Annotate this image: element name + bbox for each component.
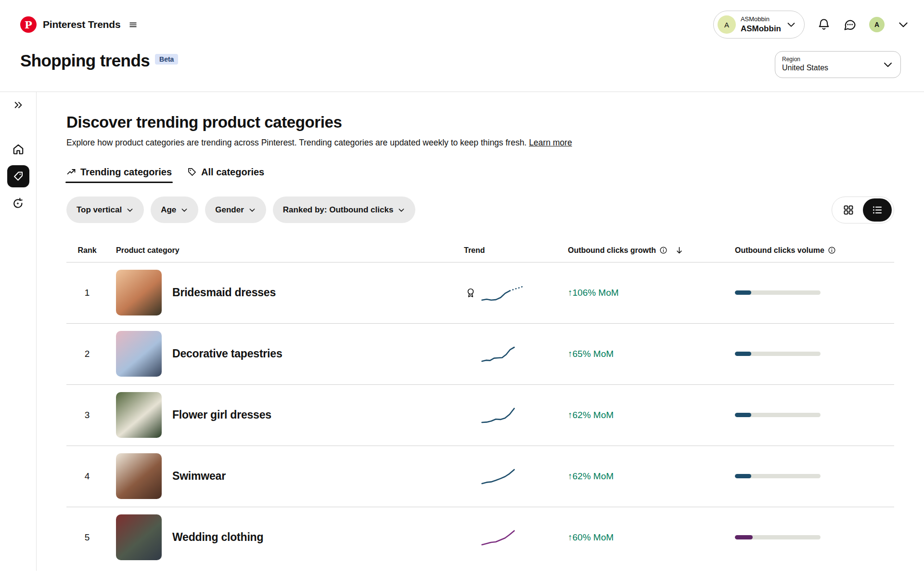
growth-value: ↑106% MoM bbox=[568, 288, 735, 298]
filter-age[interactable]: Age bbox=[151, 197, 198, 223]
messages-bubble-icon[interactable] bbox=[843, 18, 857, 31]
volume-bar-fill bbox=[735, 413, 751, 417]
trend-cell bbox=[464, 284, 568, 302]
trend-sparkline bbox=[481, 406, 515, 424]
category-image[interactable] bbox=[116, 514, 162, 560]
sidebar bbox=[0, 92, 37, 571]
topbar-actions: A ASMobbin ASMobbin A bbox=[713, 11, 910, 39]
category-name[interactable]: Bridesmaid dresses bbox=[172, 286, 276, 299]
chevron-down-icon bbox=[398, 206, 405, 214]
trend-cell bbox=[464, 467, 568, 486]
list-view-button[interactable] bbox=[863, 198, 892, 222]
header-volume-label: Outbound clicks volume bbox=[735, 246, 824, 255]
learn-more-link[interactable]: Learn more bbox=[529, 138, 572, 147]
tab-all-categories[interactable]: All categories bbox=[187, 167, 264, 183]
volume-cell bbox=[735, 290, 894, 295]
main: Discover trending product categories Exp… bbox=[37, 92, 924, 571]
rank-value: 5 bbox=[66, 532, 108, 543]
tabs: Trending categories All categories bbox=[66, 167, 894, 183]
volume-bar-fill bbox=[735, 535, 753, 539]
header-volume[interactable]: Outbound clicks volume bbox=[735, 246, 894, 255]
tag-icon bbox=[187, 167, 197, 177]
brand[interactable]: P Pinterest Trends bbox=[20, 16, 138, 33]
trend-cell bbox=[464, 406, 568, 424]
notifications-bell-icon[interactable] bbox=[817, 18, 831, 31]
tab-label: Trending categories bbox=[80, 167, 172, 178]
header-rank: Rank bbox=[66, 246, 108, 255]
header-product-category: Product category bbox=[108, 246, 464, 255]
volume-bar-fill bbox=[735, 290, 751, 295]
trend-sparkline bbox=[481, 467, 515, 486]
sort-descending-icon bbox=[675, 246, 684, 255]
filter-ranked-by[interactable]: Ranked by: Outbound clicks bbox=[273, 197, 416, 223]
growth-value: ↑60% MoM bbox=[568, 532, 735, 543]
volume-bar-track bbox=[735, 535, 821, 539]
filter-gender[interactable]: Gender bbox=[205, 197, 266, 223]
category-name[interactable]: Wedding clothing bbox=[172, 531, 263, 544]
grid-view-icon bbox=[843, 204, 854, 216]
region-select[interactable]: Region United States bbox=[775, 51, 901, 78]
trend-sparkline bbox=[481, 345, 515, 363]
trend-cell bbox=[464, 345, 568, 363]
filter-label: Top vertical bbox=[77, 205, 122, 215]
account-switcher[interactable]: A ASMobbin ASMobbin bbox=[713, 11, 805, 39]
category-name[interactable]: Flower girl dresses bbox=[172, 408, 271, 421]
top-bar: P Pinterest Trends A ASMobbin ASMobbin A bbox=[0, 0, 924, 49]
table-row[interactable]: 5 Wedding clothing ↑60% MoM bbox=[66, 507, 894, 568]
section-subtitle: Explore how product categories are trend… bbox=[66, 137, 894, 148]
user-avatar[interactable]: A bbox=[869, 17, 885, 32]
page-title: Shopping trends bbox=[20, 51, 150, 70]
table-row[interactable]: 2 Decorative tapestries ↑65% MoM bbox=[66, 323, 894, 384]
filter-top-vertical[interactable]: Top vertical bbox=[66, 197, 144, 223]
pinterest-logo-icon[interactable]: P bbox=[20, 16, 37, 33]
volume-bar-track bbox=[735, 352, 821, 356]
chevron-down-icon bbox=[180, 206, 188, 214]
category-image[interactable] bbox=[116, 392, 162, 438]
category-image[interactable] bbox=[116, 270, 162, 315]
category-cell: Bridesmaid dresses bbox=[108, 270, 464, 315]
category-name[interactable]: Decorative tapestries bbox=[172, 347, 282, 360]
app-title: Pinterest Trends bbox=[43, 19, 120, 30]
category-image[interactable] bbox=[116, 331, 162, 377]
sidebar-item-trends[interactable] bbox=[7, 192, 29, 214]
trend-cell bbox=[464, 528, 568, 547]
volume-bar-track bbox=[735, 474, 821, 478]
category-cell: Flower girl dresses bbox=[108, 392, 464, 438]
filter-label: Ranked by: Outbound clicks bbox=[283, 205, 394, 215]
table-row[interactable]: 4 Swimwear ↑62% MoM bbox=[66, 446, 894, 507]
sidebar-item-shopping-trends[interactable] bbox=[7, 165, 29, 187]
table-row[interactable]: 3 Flower girl dresses ↑62% MoM bbox=[66, 384, 894, 446]
grid-view-button[interactable] bbox=[834, 198, 863, 222]
award-badge-icon bbox=[464, 288, 477, 298]
hamburger-menu-icon[interactable] bbox=[128, 20, 138, 29]
volume-bar-fill bbox=[735, 474, 751, 478]
category-cell: Swimwear bbox=[108, 453, 464, 499]
sidebar-item-home[interactable] bbox=[7, 138, 29, 160]
page-header: Shopping trends Beta Region United State… bbox=[0, 49, 924, 92]
category-image[interactable] bbox=[116, 453, 162, 499]
header-growth[interactable]: Outbound clicks growth bbox=[568, 246, 735, 255]
shopping-trends-icon bbox=[13, 171, 24, 182]
subtitle-text: Explore how product categories are trend… bbox=[66, 138, 526, 147]
chevron-down-icon bbox=[882, 59, 894, 70]
volume-bar-track bbox=[735, 413, 821, 417]
expand-sidebar-icon[interactable] bbox=[7, 96, 29, 114]
category-name[interactable]: Swimwear bbox=[172, 470, 226, 483]
info-icon bbox=[828, 246, 836, 254]
trend-sparkline bbox=[481, 528, 515, 547]
account-menu-chevron-icon[interactable] bbox=[897, 18, 910, 31]
list-view-icon bbox=[872, 204, 883, 216]
volume-cell bbox=[735, 474, 894, 478]
region-label: Region bbox=[782, 56, 828, 64]
tab-trending-categories[interactable]: Trending categories bbox=[66, 167, 172, 183]
table-row[interactable]: 1 Bridesmaid dresses ↑106% MoM bbox=[66, 262, 894, 323]
growth-value: ↑62% MoM bbox=[568, 471, 735, 482]
rank-value: 4 bbox=[66, 471, 108, 482]
rank-value: 3 bbox=[66, 410, 108, 420]
view-toggle bbox=[832, 197, 894, 223]
growth-value: ↑65% MoM bbox=[568, 349, 735, 359]
filter-row: Top vertical Age Gender Ranked by: Outbo… bbox=[66, 197, 894, 223]
chevron-down-icon bbox=[248, 206, 256, 214]
volume-cell bbox=[735, 413, 894, 417]
category-cell: Wedding clothing bbox=[108, 514, 464, 560]
